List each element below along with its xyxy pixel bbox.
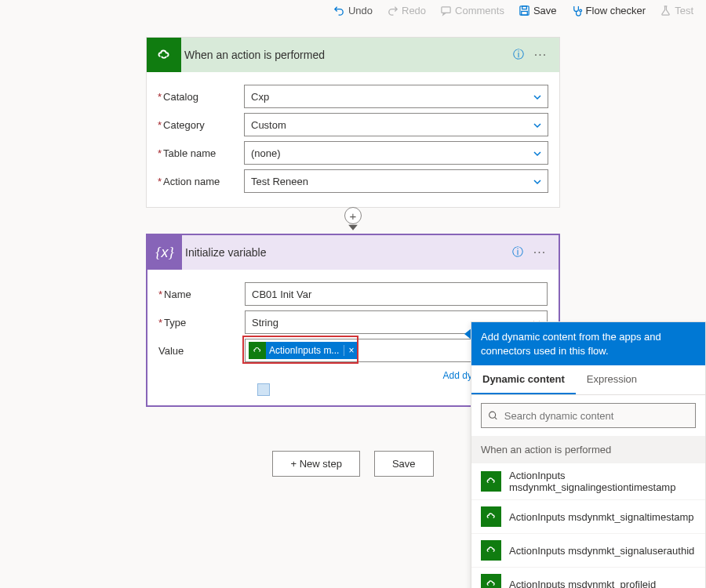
save-button-top[interactable]: Save — [519, 5, 557, 16]
variable-icon: {x} — [147, 235, 182, 270]
dyn-item[interactable]: ActionInputs msdynmkt_signaltimestamp — [471, 500, 705, 534]
action-label: *Action name — [158, 176, 244, 187]
value-token[interactable]: ActionInputs m... × — [249, 342, 358, 359]
dataverse-icon — [481, 471, 501, 492]
dyn-search[interactable] — [481, 403, 696, 428]
stethoscope-icon — [571, 5, 583, 16]
save-button[interactable]: Save — [374, 451, 434, 477]
undo-label: Undo — [348, 5, 373, 16]
variable-header[interactable]: {x} Initialize variable ⓘ ··· — [147, 235, 559, 270]
svg-rect-0 — [442, 7, 450, 13]
trigger-header[interactable]: When an action is performed ⓘ ··· — [147, 38, 559, 72]
undo-icon — [333, 5, 345, 16]
action-select[interactable]: Test Reneen — [244, 169, 548, 193]
flask-icon — [660, 5, 671, 16]
category-select[interactable]: Custom — [244, 113, 548, 136]
svg-point-4 — [579, 9, 581, 12]
dataverse-icon — [481, 540, 501, 561]
save-label-top: Save — [533, 5, 557, 16]
svg-rect-2 — [522, 6, 527, 9]
top-toolbar: Undo Redo Comments Save Flow checker Tes… — [0, 0, 706, 20]
search-icon — [488, 410, 498, 421]
token-remove[interactable]: × — [344, 345, 358, 356]
dyn-group-title: When an action is performed — [471, 436, 705, 463]
variable-help-icon[interactable]: ⓘ — [507, 245, 529, 260]
svg-rect-3 — [522, 11, 528, 15]
trigger-title: When an action is performed — [181, 49, 508, 61]
new-step-button[interactable]: + New step — [272, 451, 359, 477]
tab-dynamic-content[interactable]: Dynamic content — [471, 365, 576, 394]
flow-checker-button[interactable]: Flow checker — [571, 5, 646, 16]
dyn-item[interactable]: ActionInputs msdynmkt_profileid — [471, 568, 705, 588]
dyn-item[interactable]: ActionInputs msdynmkt_signalingestiontim… — [471, 463, 705, 500]
redo-button[interactable]: Redo — [387, 5, 426, 16]
trigger-help-icon[interactable]: ⓘ — [508, 48, 530, 62]
var-name-input[interactable]: CB01 Init Var — [245, 282, 548, 306]
variable-menu[interactable]: ··· — [529, 245, 551, 260]
redo-label: Redo — [402, 5, 426, 16]
dyn-tabs: Dynamic content Expression — [471, 365, 705, 395]
dyn-item-label: ActionInputs msdynmkt_profileid — [509, 579, 656, 588]
table-label: *Table name — [158, 147, 244, 159]
dyn-item-label: ActionInputs msdynmkt_signaltimestamp — [509, 511, 694, 523]
trigger-body: *Catalog Cxp *Category Custom *Table nam… — [147, 72, 559, 207]
category-label: *Category — [158, 119, 244, 131]
var-name-label: *Name — [158, 289, 245, 300]
dataverse-icon — [481, 506, 501, 527]
test-label: Test — [675, 5, 693, 16]
dataverse-icon — [249, 342, 266, 359]
comments-button[interactable]: Comments — [440, 5, 504, 16]
dyn-item[interactable]: ActionInputs msdynmkt_signaluserauthid — [471, 534, 705, 568]
comments-label: Comments — [455, 5, 504, 16]
test-button[interactable]: Test — [660, 5, 693, 16]
var-type-label: *Type — [158, 317, 245, 328]
dyn-item-label: ActionInputs msdynmkt_signaluserauthid — [509, 545, 694, 557]
trigger-card: When an action is performed ⓘ ··· *Catal… — [146, 37, 560, 208]
save-icon — [519, 5, 530, 16]
undo-button[interactable]: Undo — [333, 5, 373, 16]
redo-icon — [387, 5, 398, 16]
trigger-menu[interactable]: ··· — [530, 48, 551, 62]
catalog-select[interactable]: Cxp — [244, 85, 548, 108]
dyn-banner: Add dynamic content from the apps and co… — [471, 322, 705, 365]
table-select[interactable]: (none) — [244, 141, 548, 165]
dataverse-icon — [481, 574, 501, 588]
token-label: ActionInputs m... — [269, 345, 340, 356]
svg-point-5 — [489, 412, 496, 418]
dyn-search-input[interactable] — [504, 410, 689, 422]
dyn-item-label: ActionInputs msdynmkt_signalingestiontim… — [509, 470, 696, 493]
flow-checker-label: Flow checker — [586, 5, 646, 16]
dataverse-icon — [147, 38, 181, 72]
variable-title: Initialize variable — [182, 246, 507, 259]
tab-expression[interactable]: Expression — [576, 365, 648, 394]
comment-icon — [440, 5, 452, 16]
dynamic-content-panel: Add dynamic content from the apps and co… — [471, 321, 706, 588]
catalog-label: *Catalog — [158, 91, 244, 103]
var-value-label: Value — [158, 345, 245, 357]
insert-pointer — [257, 383, 270, 396]
